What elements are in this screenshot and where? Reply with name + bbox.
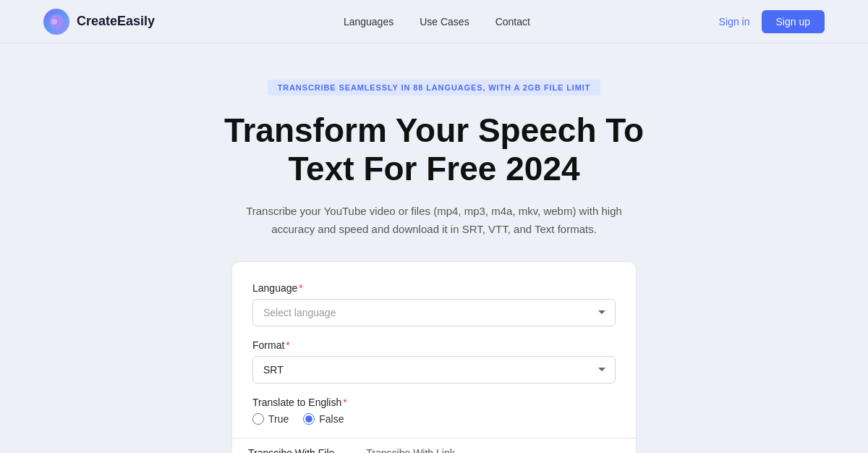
format-group: Format* SRT VTT Text (252, 339, 616, 384)
nav-use-cases[interactable]: Use Cases (420, 16, 469, 27)
radio-group: True False (252, 413, 616, 425)
main-content: TRANSCRIBE SEAMLESSLY IN 88 LANGUAGES, W… (0, 43, 868, 453)
radio-true[interactable] (252, 413, 264, 425)
tabs-row: Transcibe With File Transcibe With Link (232, 438, 636, 453)
tab-transcribe-file[interactable]: Transcibe With File (232, 439, 350, 453)
hero-title: Transform Your Speech To Text For Free 2… (188, 111, 680, 188)
tab-transcribe-link[interactable]: Transcibe With Link (350, 439, 470, 453)
main-nav: Languages Use Cases Contact (344, 16, 530, 27)
form-card: Language* Select language Format* SRT VT… (231, 261, 637, 453)
nav-languages[interactable]: Languages (344, 16, 393, 27)
language-required: * (299, 282, 302, 294)
format-required: * (286, 339, 289, 351)
language-select[interactable]: Select language (252, 299, 616, 326)
nav-contact[interactable]: Contact (495, 16, 530, 27)
sign-up-button[interactable]: Sign up (762, 10, 825, 33)
promo-badge: TRANSCRIBE SEAMLESSLY IN 88 LANGUAGES, W… (268, 80, 601, 96)
radio-false-text: False (319, 413, 344, 425)
language-group: Language* Select language (252, 282, 616, 326)
radio-false-label[interactable]: False (303, 413, 344, 425)
radio-false[interactable] (303, 413, 315, 425)
radio-true-text: True (268, 413, 289, 425)
format-label: Format* (252, 339, 616, 351)
sign-in-link[interactable]: Sign in (719, 16, 750, 27)
svg-point-1 (51, 19, 57, 25)
hero-description: Transcribe your YouTube video or files (… (231, 203, 637, 239)
header: CreateEasily Languages Use Cases Contact… (0, 0, 868, 43)
logo-icon (43, 9, 69, 35)
translate-label: Translate to English* (252, 397, 616, 408)
radio-true-label[interactable]: True (252, 413, 289, 425)
header-actions: Sign in Sign up (719, 10, 825, 33)
logo[interactable]: CreateEasily (43, 9, 155, 35)
language-label: Language* (252, 282, 616, 294)
translate-required: * (343, 397, 346, 408)
logo-text: CreateEasily (77, 14, 155, 29)
translate-group: Translate to English* True False (252, 397, 616, 425)
format-select[interactable]: SRT VTT Text (252, 356, 616, 384)
